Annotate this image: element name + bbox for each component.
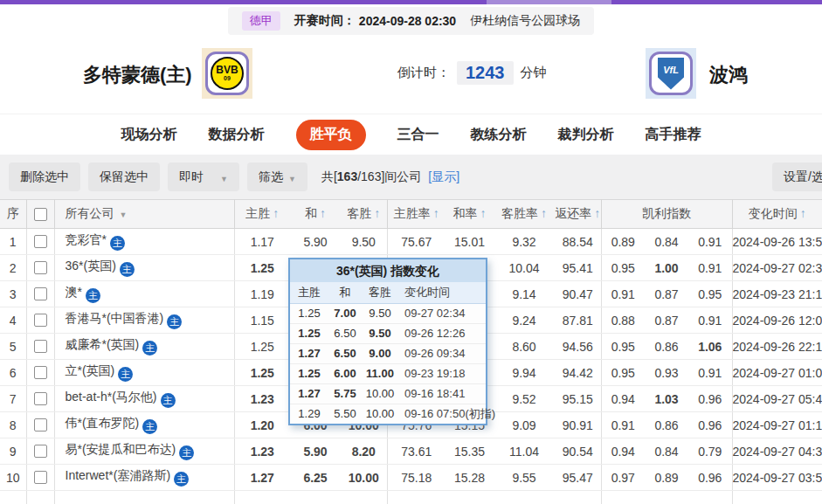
row-checkbox-cell: [26, 386, 54, 412]
header-return-rate[interactable]: 返还率: [555, 200, 601, 229]
home-badge-icon: 主: [142, 419, 157, 434]
rate-draw: 15.35: [446, 438, 494, 465]
odds-home[interactable]: 1.27: [234, 465, 290, 491]
company-cell[interactable]: Interwet*(塞浦路斯)主: [54, 465, 234, 491]
company-name: 易*(安提瓜和巴布达): [66, 442, 176, 456]
nav-tab-6[interactable]: 高手推荐: [646, 126, 701, 144]
company-cell[interactable]: 易*(安提瓜和巴布达)主: [54, 438, 234, 465]
popup-odds-away: 9.50: [362, 303, 398, 323]
change-time: 2024-09-27 02:35: [732, 255, 822, 281]
rate-return: 95.41: [555, 255, 601, 281]
company-cell[interactable]: bet-at-h*(马尔他)主: [54, 386, 234, 412]
popup-odds-home: 1.27: [290, 383, 328, 404]
popup-table-body: 1.257.009.5009-27 02:341.256.509.5009-26…: [290, 303, 486, 424]
company-cell[interactable]: 立*(英国)主: [54, 360, 234, 386]
header-draw-odds[interactable]: 和: [290, 200, 341, 229]
keep-selected-button[interactable]: 保留选中: [88, 162, 160, 191]
kelly-away: 0.95: [688, 281, 732, 307]
show-link[interactable]: [显示]: [428, 169, 459, 185]
kelly-home: 0.95: [601, 334, 645, 360]
odds-home[interactable]: 1.20: [234, 412, 290, 438]
popup-change-time: 09-26 12:26: [398, 323, 486, 343]
row-checkbox[interactable]: [34, 287, 47, 300]
company-cell[interactable]: 香港马*(中国香港)主: [54, 307, 234, 334]
empty-cell: [0, 491, 26, 504]
odds-home[interactable]: 1.25: [234, 360, 290, 386]
rate-away: 9.09: [494, 412, 555, 438]
popup-odds-home: 1.27: [290, 343, 328, 363]
settings-button[interactable]: 设置/选择: [772, 162, 822, 191]
header-away-odds[interactable]: 客胜: [341, 200, 387, 229]
popup-row: 1.275.7510.0009-16 18:41: [290, 383, 486, 404]
odds-home[interactable]: 1.23: [234, 386, 290, 412]
filter-dropdown[interactable]: 筛选: [247, 162, 307, 191]
odds-away[interactable]: 10.00: [341, 465, 387, 491]
popup-row: 1.257.009.5009-27 02:34: [290, 303, 486, 323]
nav-tab-5[interactable]: 裁判分析: [558, 126, 614, 144]
time-filter-dropdown[interactable]: 即时: [168, 162, 239, 191]
row-checkbox[interactable]: [34, 471, 47, 484]
odds-home[interactable]: 1.23: [234, 438, 290, 465]
row-checkbox[interactable]: [34, 340, 47, 353]
company-name: 香港马*(中国香港): [66, 311, 164, 325]
nav-tab-3[interactable]: 三合一: [397, 126, 439, 144]
popup-odds-draw: 7.00: [328, 303, 362, 323]
header-away-rate[interactable]: 客胜率: [494, 200, 555, 229]
kelly-away: 0.96: [688, 465, 732, 491]
odds-home[interactable]: 1.17: [234, 229, 290, 255]
odds-home[interactable]: 1.15: [234, 307, 290, 334]
rate-draw: 15.28: [446, 465, 494, 491]
header-draw-rate[interactable]: 和率: [446, 200, 494, 229]
select-all-checkbox[interactable]: [34, 208, 47, 221]
home-badge-icon: 主: [142, 341, 157, 356]
empty-cell: [732, 491, 822, 504]
company-cell[interactable]: 伟*(直布罗陀)主: [54, 412, 234, 438]
company-cell[interactable]: 威廉希*(英国)主: [54, 334, 234, 360]
odds-away[interactable]: 9.50: [341, 229, 387, 255]
nav-tab-1[interactable]: 数据分析: [209, 126, 265, 144]
row-checkbox-cell: [26, 281, 54, 307]
kelly-away: 0.91: [688, 360, 732, 386]
header-change-time[interactable]: 变化时间: [732, 200, 822, 229]
popup-header-time: 变化时间: [398, 282, 486, 303]
row-checkbox-cell: [26, 334, 54, 360]
header-select-all[interactable]: [26, 200, 54, 229]
company-cell[interactable]: 36*(英国)主: [54, 255, 234, 281]
popup-row: 1.256.509.5009-26 12:26: [290, 323, 486, 343]
top-accent-bar: [0, 0, 822, 4]
header-company[interactable]: 所有公司: [54, 200, 234, 229]
nav-tab-0[interactable]: 现场分析: [121, 126, 177, 144]
odds-home[interactable]: 1.25: [234, 255, 290, 281]
row-checkbox[interactable]: [34, 366, 47, 379]
row-checkbox[interactable]: [34, 418, 47, 432]
nav-tab-2[interactable]: 胜平负: [296, 120, 366, 150]
row-checkbox[interactable]: [34, 235, 47, 248]
header-home-odds[interactable]: 主胜: [234, 200, 290, 229]
change-time: 2024-09-27 05:40: [732, 386, 822, 412]
company-cell[interactable]: 澳*主: [54, 281, 234, 307]
header-home-rate[interactable]: 主胜率: [387, 200, 446, 229]
empty-cell: [387, 491, 446, 504]
empty-cell: [54, 491, 234, 504]
row-checkbox[interactable]: [34, 314, 47, 327]
odds-draw[interactable]: 5.90: [290, 229, 341, 255]
row-seq: 6: [0, 360, 26, 386]
nav-tab-4[interactable]: 教练分析: [471, 126, 527, 144]
delete-selected-button[interactable]: 删除选中: [9, 162, 80, 191]
row-checkbox[interactable]: [34, 261, 47, 274]
odds-home[interactable]: 1.25: [234, 334, 290, 360]
odds-away[interactable]: 8.20: [341, 438, 387, 465]
row-checkbox[interactable]: [34, 392, 47, 405]
row-checkbox-cell: [26, 438, 54, 465]
change-time: 2024-09-27 04:30: [732, 438, 822, 465]
company-cell[interactable]: 竞彩官*主: [54, 229, 234, 255]
change-time: 2024-09-26 12:03: [732, 307, 822, 334]
odds-draw[interactable]: 6.25: [290, 465, 341, 491]
kickoff-label: 开赛时间：: [294, 13, 356, 29]
row-checkbox[interactable]: [34, 445, 47, 458]
odds-home[interactable]: 1.19: [234, 281, 290, 307]
bvb-crest-text: BVB: [216, 66, 238, 75]
table-row: 10Interwet*(塞浦路斯)主1.276.2510.0075.1815.2…: [0, 465, 822, 491]
odds-draw[interactable]: 5.90: [290, 438, 341, 465]
row-seq: 10: [0, 465, 26, 491]
